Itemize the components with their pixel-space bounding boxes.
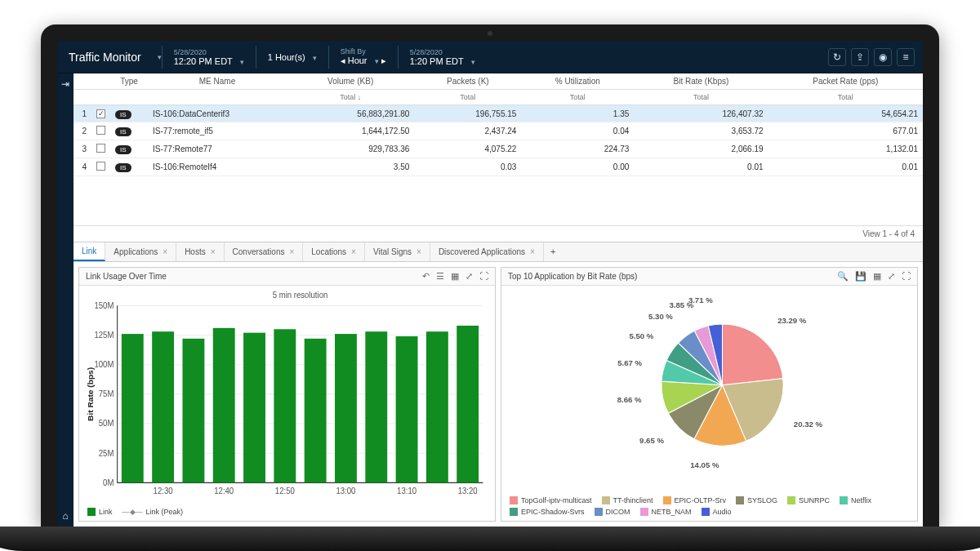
legend-item: EPIC-OLTP-Srv	[663, 496, 726, 504]
search-icon[interactable]: 🔍	[837, 271, 849, 282]
table-row[interactable]: 3 IS IS-77:Remote77 929,783.364,075.2222…	[74, 140, 923, 158]
screen: Traffic Monitor ▾ 5/28/2020 12:20 PM EDT…	[57, 41, 923, 527]
type-badge: IS	[115, 145, 131, 154]
time-start[interactable]: 5/28/2020 12:20 PM EDT ▾	[163, 45, 256, 69]
legend-item: Link	[87, 508, 113, 516]
expand-icon[interactable]: ⛶	[479, 271, 488, 282]
menu-icon[interactable]: ≡	[897, 48, 915, 66]
svg-text:14.05 %: 14.05 %	[690, 460, 719, 469]
refresh-icon[interactable]: ↻	[828, 48, 846, 66]
svg-text:8.66 %: 8.66 %	[617, 395, 642, 404]
close-icon[interactable]: ×	[163, 247, 167, 256]
svg-rect-22	[243, 333, 265, 483]
expand-icon[interactable]: ⛶	[902, 271, 911, 282]
tab-discovered-applications[interactable]: Discovered Applications×	[430, 242, 544, 261]
legend-item: Audio	[702, 508, 732, 516]
svg-rect-23	[274, 329, 296, 482]
checkbox[interactable]	[96, 109, 105, 118]
type-badge: IS	[115, 127, 131, 136]
home-icon[interactable]: ⌂	[62, 510, 68, 522]
svg-rect-25	[335, 334, 357, 482]
svg-rect-27	[396, 336, 418, 482]
sidebar: ⇥ ⌂	[57, 73, 74, 527]
tab-applications[interactable]: Applications×	[105, 242, 176, 261]
legend-item: NETB_NAM	[640, 508, 692, 516]
grid2-icon[interactable]: ▦	[873, 271, 881, 282]
svg-text:9.65 %: 9.65 %	[639, 436, 664, 445]
legend-item: TT-thinclient	[602, 496, 653, 504]
table-footer: View 1 - 4 of 4	[74, 225, 923, 242]
svg-text:Bit Rate (bps): Bit Rate (bps)	[86, 367, 95, 421]
svg-text:5.67 %: 5.67 %	[617, 358, 642, 367]
svg-text:13:20: 13:20	[458, 487, 478, 495]
svg-rect-19	[152, 331, 174, 482]
undo-icon[interactable]: ↶	[422, 271, 430, 282]
list-icon[interactable]: ☰	[436, 271, 444, 282]
popout-icon[interactable]: ⤢	[466, 271, 473, 282]
svg-text:20.32 %: 20.32 %	[794, 420, 823, 429]
page-title: Traffic Monitor	[57, 51, 153, 64]
add-tab-button[interactable]: +	[544, 242, 562, 261]
tab-hosts[interactable]: Hosts×	[176, 242, 224, 261]
grid-icon[interactable]: ▦	[451, 271, 459, 282]
close-icon[interactable]: ×	[351, 247, 356, 256]
svg-text:12:30: 12:30	[154, 487, 173, 495]
legend-item: SYSLOG	[736, 496, 777, 504]
svg-text:5.30 %: 5.30 %	[648, 312, 673, 321]
svg-text:13:10: 13:10	[397, 487, 416, 495]
legend-item: DICOM	[595, 508, 630, 516]
tab-conversations[interactable]: Conversations×	[225, 242, 304, 261]
svg-text:150M: 150M	[94, 300, 114, 309]
svg-rect-29	[457, 326, 479, 482]
svg-text:125M: 125M	[94, 331, 114, 340]
checkbox[interactable]	[96, 126, 105, 135]
close-icon[interactable]: ×	[530, 247, 535, 256]
export-icon[interactable]: ⇪	[851, 48, 869, 66]
tabs-bar: LinkApplications×Hosts×Conversations×Loc…	[74, 242, 923, 262]
svg-rect-21	[213, 328, 235, 483]
header-bar: Traffic Monitor ▾ 5/28/2020 12:20 PM EDT…	[57, 41, 923, 73]
pie-chart-panel: Top 10 Application by Bit Rate (bps) 🔍 💾…	[501, 267, 918, 522]
svg-text:23.29 %: 23.29 %	[777, 316, 807, 325]
type-badge: IS	[115, 163, 131, 172]
svg-rect-28	[426, 331, 448, 482]
bar-chart-panel: Link Usage Over Time ↶ ☰ ▦ ⤢ ⛶ 5 min res…	[78, 267, 496, 522]
svg-text:3.71 %: 3.71 %	[688, 295, 713, 304]
view-icon[interactable]: ◉	[874, 48, 892, 66]
popout-icon[interactable]: ⤢	[888, 271, 895, 282]
legend-item: Netflix	[840, 496, 871, 504]
svg-text:50M: 50M	[99, 419, 114, 428]
legend-item: —◆—Link (Peak)	[122, 508, 184, 516]
close-icon[interactable]: ×	[416, 247, 421, 256]
pie-legend: TopGolf-iptv-multicastTT-thinclientEPIC-…	[501, 493, 917, 521]
traffic-table: Type ME Name Volume (KB) Packets (K) % U…	[74, 73, 923, 176]
svg-text:5 min resolution: 5 min resolution	[273, 291, 328, 300]
svg-text:0M: 0M	[103, 478, 114, 487]
legend-item: EPIC-Shadow-Svrs	[510, 508, 585, 516]
svg-text:12:50: 12:50	[275, 487, 295, 495]
checkbox[interactable]	[96, 144, 105, 153]
bar-legend: Link—◆—Link (Peak)	[79, 504, 495, 521]
shift-by[interactable]: Shift By ◂ Hour ▾ ▸	[329, 44, 398, 69]
close-icon[interactable]: ×	[211, 247, 216, 256]
svg-rect-18	[122, 334, 144, 482]
checkbox[interactable]	[96, 162, 105, 171]
svg-text:13:00: 13:00	[336, 487, 355, 495]
svg-text:5.50 %: 5.50 %	[630, 331, 654, 340]
time-end[interactable]: 5/28/2020 1:20 PM EDT ▾	[399, 45, 487, 69]
table-row[interactable]: 4 IS IS-106:RemoteIf4 3.500.030.00 0.010…	[74, 158, 923, 176]
table-row[interactable]: 1 IS IS-106:DataCenterif3 56,883,291.801…	[74, 105, 923, 122]
dock-icon[interactable]: ⇥	[61, 78, 69, 90]
legend-item: SUNRPC	[787, 496, 830, 504]
svg-rect-20	[182, 339, 204, 483]
table-row[interactable]: 2 IS IS-77:remote_if5 1,644,172.502,437.…	[74, 122, 923, 140]
save-icon[interactable]: 💾	[855, 271, 866, 282]
tab-locations[interactable]: Locations×	[303, 242, 365, 261]
tab-vital-signs[interactable]: Vital Signs×	[365, 242, 430, 261]
tab-link[interactable]: Link	[74, 242, 105, 261]
close-icon[interactable]: ×	[289, 247, 294, 256]
duration-selector[interactable]: 1 Hour(s) ▾	[256, 49, 328, 65]
type-badge: IS	[115, 110, 131, 119]
svg-text:100M: 100M	[94, 360, 114, 369]
legend-item: TopGolf-iptv-multicast	[510, 496, 592, 504]
